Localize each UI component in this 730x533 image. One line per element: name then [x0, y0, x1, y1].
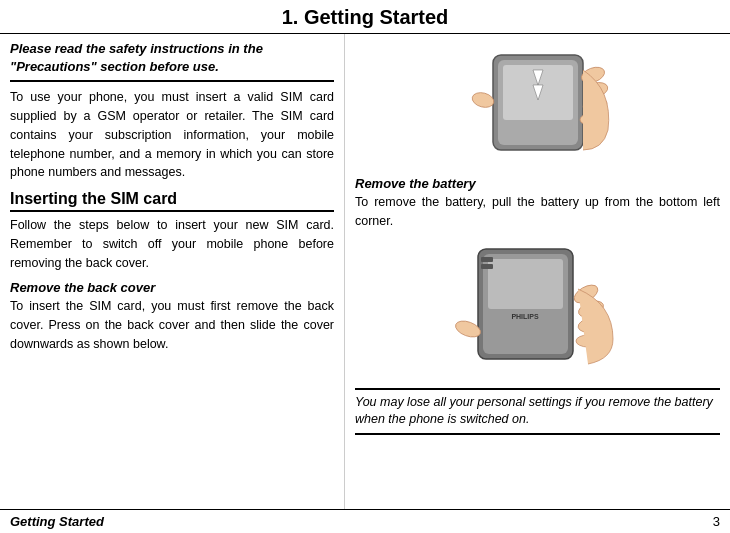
main-content: Please read the safety instructions in t… [0, 34, 730, 509]
phone-svg-bottom: PHILIPS [438, 239, 638, 379]
section-intro: Follow the steps below to insert your ne… [10, 216, 334, 272]
subsection1-text: To insert the SIM card, you must first r… [10, 297, 334, 353]
warning-box-top: Please read the safety instructions in t… [10, 40, 334, 82]
page: 1. Getting Started Please read the safet… [0, 0, 730, 533]
right-column: Remove the battery To remove the battery… [345, 34, 730, 509]
warning-bottom-text: You may lose all your personal settings … [355, 394, 720, 429]
left-column: Please read the safety instructions in t… [0, 34, 345, 509]
footer: Getting Started 3 [0, 509, 730, 533]
page-title: 1. Getting Started [10, 6, 720, 29]
svg-text:PHILIPS: PHILIPS [511, 313, 539, 320]
warning-top-text: Please read the safety instructions in t… [10, 40, 334, 76]
subsection2-heading: Remove the battery [355, 176, 720, 191]
svg-rect-15 [481, 264, 493, 269]
subsection1-heading: Remove the back cover [10, 280, 334, 295]
phone-image-bottom: PHILIPS [355, 239, 720, 382]
footer-page-number: 3 [713, 514, 720, 529]
footer-left-text: Getting Started [10, 514, 104, 529]
svg-rect-14 [481, 257, 493, 262]
svg-rect-12 [488, 259, 563, 309]
intro-paragraph: To use your phone, you must insert a val… [10, 88, 334, 182]
warning-box-bottom: You may lose all your personal settings … [355, 388, 720, 435]
section-heading: Inserting the SIM card [10, 190, 334, 212]
title-bar: 1. Getting Started [0, 0, 730, 34]
phone-svg-top [438, 40, 638, 165]
svg-point-9 [470, 90, 495, 109]
phone-image-top [355, 40, 720, 168]
subsection2-text: To remove the battery, pull the battery … [355, 193, 720, 231]
